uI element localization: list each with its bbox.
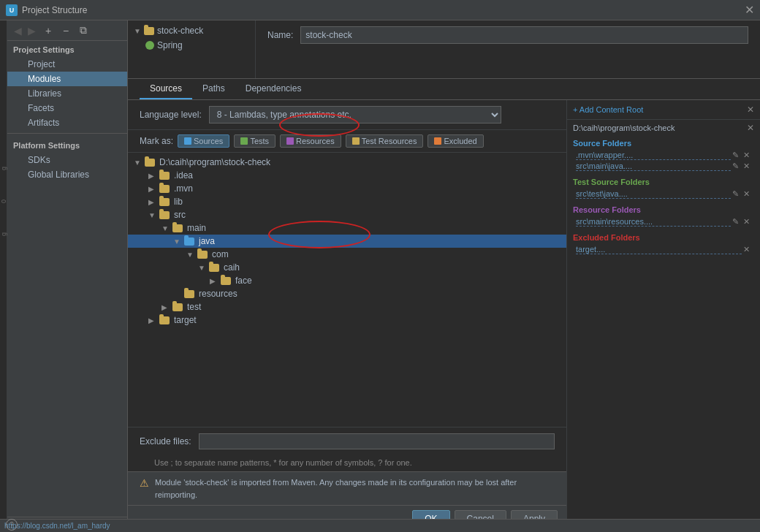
tree-item-face[interactable]: ▶ face (128, 274, 566, 287)
resource-path-1: src\main\resources.... (576, 217, 731, 227)
copy-module-button[interactable]: ⧉ (76, 23, 91, 38)
edit-source-1[interactable]: ✎ (731, 151, 740, 160)
mark-as-row: Mark as: Sources Tests Resources (128, 130, 566, 153)
module-spring-item[interactable]: Spring (128, 38, 255, 53)
mark-as-label: Mark as: (140, 136, 173, 146)
tab-dependencies[interactable]: Dependencies (235, 79, 312, 99)
source-actions-1: ✎ ✕ (731, 151, 751, 160)
tree-arrow-com: ▼ (186, 251, 195, 259)
tests-color-dot (240, 137, 248, 145)
sidebar-item-global-libraries[interactable]: Global Libraries (7, 167, 127, 182)
close-button[interactable]: ✕ (745, 3, 754, 17)
tree-item-target[interactable]: ▶ target (128, 314, 566, 327)
add-module-button[interactable]: + (41, 23, 56, 38)
sidebar-toolbar: ◀ ▶ + − ⧉ (7, 20, 127, 41)
root-label: D:\caih\program\stock-check (159, 157, 270, 167)
tree-arrow-caih: ▼ (198, 264, 207, 272)
name-label: Name: (267, 30, 293, 40)
add-content-root-button[interactable]: + Add Content Root (573, 105, 643, 114)
test-source-folders-section: Test Source Folders src\test\java.... ✎ … (567, 175, 760, 202)
content-root-close[interactable]: ✕ (747, 123, 754, 133)
test-label: test (187, 302, 201, 312)
caih-folder-icon (209, 264, 219, 272)
language-level-row: Language level: 8 - Lambdas, type annota… (128, 100, 566, 130)
main-folder-icon (172, 224, 183, 232)
mark-sources-button[interactable]: Sources (178, 134, 229, 148)
back-button[interactable]: ◀ (12, 25, 24, 37)
sidebar-item-libraries[interactable]: Libraries (7, 86, 127, 101)
warning-icon: ⚠ (140, 477, 149, 489)
exclude-files-row: Exclude files: (128, 427, 566, 455)
tree-item-lib[interactable]: ▶ lib (128, 195, 566, 208)
tree-arrow-main: ▼ (162, 224, 170, 232)
test-resources-color-dot (352, 137, 360, 145)
source-folders-title: Source Folders (573, 139, 754, 148)
content-root-path: D:\caih\program\stock-check ✕ (567, 120, 760, 136)
sidebar-item-modules[interactable]: Modules (7, 72, 127, 86)
exclude-files-input[interactable] (199, 433, 555, 449)
nav-arrows: ◀ ▶ (12, 25, 38, 37)
java-label: java (199, 236, 215, 246)
name-row: Name: (267, 26, 748, 44)
remove-resource-1[interactable]: ✕ (742, 217, 751, 227)
target-folder-icon (159, 316, 170, 324)
remove-source-1[interactable]: ✕ (742, 151, 751, 160)
mark-excluded-button[interactable]: Excluded (428, 134, 483, 148)
url-bar: https://blog.csdn.net/l_am_hardy (0, 519, 760, 532)
sidebar-item-artifacts[interactable]: Artifacts (7, 115, 127, 130)
tab-sources[interactable]: Sources (140, 79, 192, 99)
remove-test-source-1[interactable]: ✕ (742, 189, 751, 199)
tree-item-src[interactable]: ▼ src (128, 208, 566, 221)
global-libraries-label: Global Libraries (28, 170, 89, 180)
test-source-folders-title: Test Source Folders (573, 178, 754, 186)
java-folder-icon (184, 238, 194, 246)
remove-excluded-1[interactable]: ✕ (742, 245, 751, 254)
module-root-item[interactable]: ▼ stock-check (128, 23, 255, 38)
tree-item-resources[interactable]: ▶ resources (128, 287, 566, 300)
tree-item-mvn[interactable]: ▶ .mvn (128, 182, 566, 195)
warning-row: ⚠ Module 'stock-check' is imported from … (128, 471, 566, 505)
tree-root[interactable]: ▼ D:\caih\program\stock-check (128, 156, 566, 169)
sources-content: Language level: 8 - Lambdas, type annota… (128, 100, 760, 532)
tree-arrow-test: ▶ (162, 303, 170, 311)
tree-item-com[interactable]: ▼ com (128, 248, 566, 261)
src-folder-icon (159, 211, 170, 219)
edit-resource-1[interactable]: ✎ (731, 217, 740, 227)
sidebar-item-sdks[interactable]: SDKs (7, 153, 127, 167)
facets-label: Facets (28, 103, 54, 113)
spring-label: Spring (157, 40, 183, 50)
resource-actions-1: ✎ ✕ (731, 217, 751, 227)
edge-label-3: g (0, 232, 7, 236)
help-button[interactable]: ? (6, 519, 18, 531)
tree-item-java[interactable]: ▼ java (128, 235, 566, 248)
edit-test-source-1[interactable]: ✎ (731, 189, 740, 199)
name-input[interactable] (300, 26, 748, 44)
mark-tests-button[interactable]: Tests (234, 134, 276, 148)
idea-folder-icon (159, 172, 170, 180)
tree-item-caih[interactable]: ▼ caih (128, 261, 566, 274)
tab-paths[interactable]: Paths (192, 79, 235, 99)
remove-source-2[interactable]: ✕ (742, 162, 751, 171)
face-folder-icon (221, 277, 231, 285)
idea-label: .idea (174, 170, 193, 180)
remove-module-button[interactable]: − (58, 23, 73, 38)
sidebar-item-facets[interactable]: Facets (7, 101, 127, 115)
mark-resources-button[interactable]: Resources (280, 134, 341, 148)
sidebar-item-project[interactable]: Project (7, 57, 127, 72)
mvn-label: .mvn (174, 183, 193, 194)
source-folder-entry-1: .mvn\wrapper.... ✎ ✕ (573, 150, 754, 161)
title-bar: U Project Structure ✕ (0, 0, 760, 20)
tabs-bar: Sources Paths Dependencies (128, 79, 760, 100)
right-panel-close[interactable]: ✕ (747, 104, 754, 115)
lib-label: lib (174, 197, 183, 207)
sidebar: ◀ ▶ + − ⧉ Project Settings Project Modul… (7, 20, 128, 532)
tree-item-main[interactable]: ▼ main (128, 221, 566, 235)
forward-button[interactable]: ▶ (26, 25, 38, 37)
edit-source-2[interactable]: ✎ (731, 162, 740, 171)
language-level-label: Language level: (140, 110, 202, 120)
language-level-select[interactable]: 8 - Lambdas, type annotations etc. (209, 106, 501, 123)
tree-item-idea[interactable]: ▶ .idea (128, 169, 566, 182)
tree-item-test[interactable]: ▶ test (128, 300, 566, 314)
tree-arrow-java: ▼ (173, 238, 182, 246)
mark-test-resources-button[interactable]: Test Resources (346, 134, 424, 148)
